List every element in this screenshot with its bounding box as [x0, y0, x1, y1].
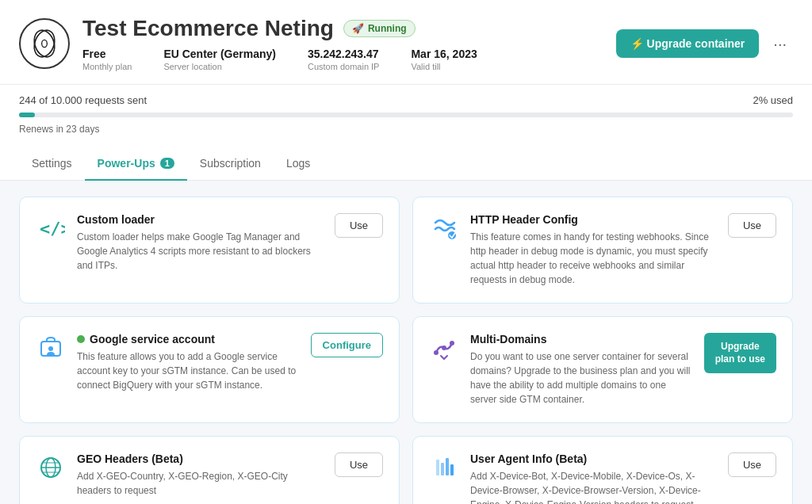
- google-service-configure-button[interactable]: Configure: [311, 333, 383, 357]
- meta-valid-till: Mar 16, 2023 Valid till: [411, 48, 477, 71]
- svg-rect-17: [446, 458, 449, 475]
- http-header-use-button[interactable]: Use: [728, 213, 776, 238]
- svg-rect-15: [436, 460, 439, 475]
- page-title: Test Ecommerce Neting: [82, 16, 334, 41]
- google-service-desc: This feature allows you to add a Google …: [77, 349, 300, 392]
- feature-card-multi-domains: Multi-Domains Do you want to use one ser…: [412, 316, 793, 423]
- svg-point-1: [31, 28, 58, 59]
- progress-bar: [19, 113, 793, 117]
- status-badge: 🚀 Running: [343, 20, 416, 37]
- app-logo: [19, 18, 70, 69]
- feature-card-user-agent: User Agent Info (Beta) Add X-Device-Bot,…: [412, 436, 793, 504]
- renew-text: Renews in 23 days: [19, 124, 793, 147]
- progress-bar-fill: [19, 113, 35, 117]
- custom-loader-desc: Custom loader helps make Google Tag Mana…: [77, 230, 324, 273]
- http-header-icon: [429, 213, 459, 243]
- tab-powerups[interactable]: Power-Ups 1: [85, 147, 187, 181]
- feature-card-http-header: HTTP Header Config This feature comes in…: [412, 197, 793, 304]
- custom-loader-use-button[interactable]: Use: [335, 213, 383, 238]
- svg-rect-16: [441, 463, 444, 475]
- svg-text:</>: </>: [40, 219, 65, 239]
- meta-info: Free Monthly plan EU Center (Germany) Se…: [82, 48, 477, 71]
- more-options-button[interactable]: ···: [767, 32, 793, 56]
- http-header-title: HTTP Header Config: [470, 213, 717, 226]
- geo-headers-icon: [36, 452, 66, 483]
- feature-card-custom-loader: </> Custom loader Custom loader helps ma…: [19, 197, 400, 304]
- user-agent-icon: [429, 452, 459, 483]
- usage-section: 244 of 10.000 requests sent 2% used Rene…: [0, 85, 812, 147]
- google-service-online-dot: [77, 335, 85, 343]
- custom-loader-icon: </>: [36, 213, 66, 243]
- usage-percent-text: 2% used: [753, 94, 793, 106]
- meta-monthly-plan: Free Monthly plan: [82, 48, 132, 71]
- tab-subscription[interactable]: Subscription: [187, 147, 274, 181]
- google-service-title: Google service account: [77, 333, 300, 346]
- svg-point-9: [450, 341, 454, 346]
- tab-settings[interactable]: Settings: [19, 147, 85, 181]
- multi-domains-icon: [429, 333, 459, 363]
- feature-card-google-service: Google service account This feature allo…: [19, 316, 400, 423]
- requests-sent-text: 244 of 10.000 requests sent: [19, 94, 147, 106]
- feature-card-geo-headers: GEO Headers (Beta) Add X-GEO-Country, X-…: [19, 436, 400, 504]
- multi-domains-desc: Do you want to use one server container …: [470, 349, 693, 407]
- meta-server-location: EU Center (Germany) Server location: [163, 48, 276, 71]
- tab-logs[interactable]: Logs: [274, 147, 323, 181]
- features-grid: </> Custom loader Custom loader helps ma…: [19, 197, 793, 504]
- user-agent-desc: Add X-Device-Bot, X-Device-Mobile, X-Dev…: [470, 469, 717, 504]
- main-content: </> Custom loader Custom loader helps ma…: [0, 181, 812, 504]
- svg-point-6: [48, 346, 53, 351]
- svg-point-7: [434, 350, 439, 355]
- svg-point-8: [442, 346, 446, 350]
- google-service-icon: [36, 333, 66, 363]
- status-icon: 🚀: [352, 23, 364, 34]
- geo-headers-desc: Add X-GEO-Country, X-GEO-Region, X-GEO-C…: [77, 469, 324, 498]
- geo-headers-title: GEO Headers (Beta): [77, 452, 324, 465]
- meta-custom-domain-ip: 35.242.243.47 Custom domain IP: [308, 48, 379, 71]
- user-agent-use-button[interactable]: Use: [728, 452, 776, 477]
- svg-rect-18: [450, 464, 454, 475]
- multi-domains-title: Multi-Domains: [470, 333, 693, 346]
- custom-loader-title: Custom loader: [77, 213, 324, 226]
- geo-headers-use-button[interactable]: Use: [335, 452, 383, 477]
- powerups-badge: 1: [160, 158, 174, 169]
- multi-domains-upgrade-button[interactable]: Upgradeplan to use: [704, 333, 776, 373]
- http-header-desc: This feature comes in handy for testing …: [470, 230, 717, 287]
- svg-point-2: [42, 40, 48, 47]
- user-agent-title: User Agent Info (Beta): [470, 452, 717, 465]
- upgrade-container-button[interactable]: ⚡ Upgrade container: [616, 29, 760, 58]
- tabs-container: Settings Power-Ups 1 Subscription Logs: [0, 147, 812, 181]
